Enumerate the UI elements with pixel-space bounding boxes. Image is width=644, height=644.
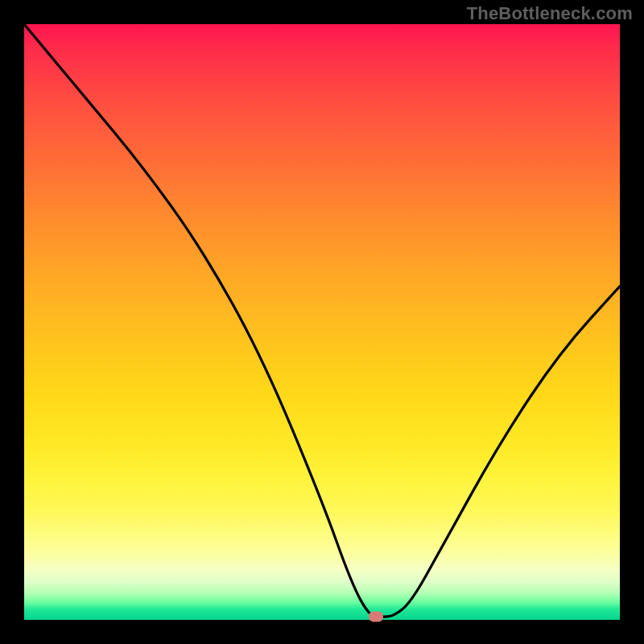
- curve-path: [24, 24, 620, 617]
- optimal-point-marker: [369, 612, 383, 622]
- watermark-text: TheBottleneck.com: [467, 3, 633, 24]
- chart-frame: TheBottleneck.com: [0, 0, 644, 644]
- bottleneck-curve: [24, 24, 620, 620]
- plot-area: [24, 24, 620, 620]
